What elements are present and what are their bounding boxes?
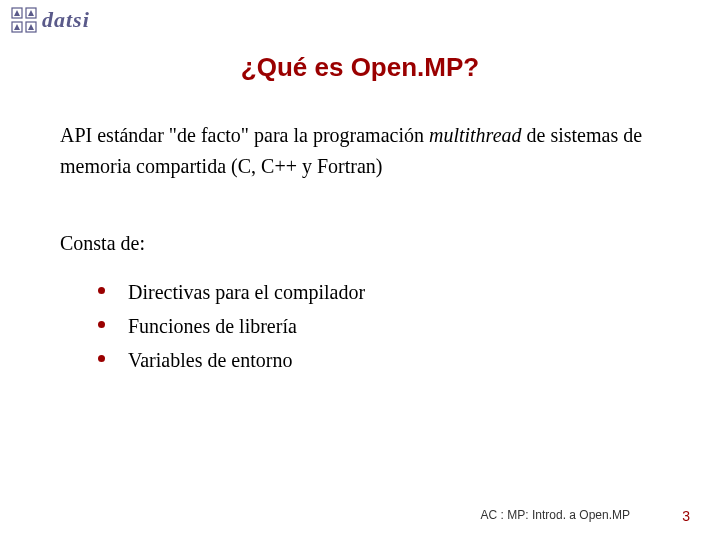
- description: API estándar "de facto" para la programa…: [60, 120, 660, 182]
- logo: datsi: [10, 6, 90, 34]
- footer-text: AC : MP: Introd. a Open.MP: [481, 508, 630, 522]
- description-italic: multithread: [429, 124, 522, 146]
- bullet-list: Directivas para el compilador Funciones …: [60, 275, 660, 377]
- logo-text: datsi: [42, 7, 90, 33]
- consta-label: Consta de:: [60, 228, 660, 259]
- list-item: Directivas para el compilador: [98, 275, 660, 309]
- page-number: 3: [682, 508, 690, 524]
- description-pre: API estándar "de facto" para la programa…: [60, 124, 429, 146]
- list-item: Funciones de librería: [98, 309, 660, 343]
- slide-body: API estándar "de facto" para la programa…: [60, 120, 660, 377]
- logo-icon: [10, 6, 38, 34]
- slide-title: ¿Qué es Open.MP?: [0, 52, 720, 83]
- slide: datsi ¿Qué es Open.MP? API estándar "de …: [0, 0, 720, 540]
- list-item: Variables de entorno: [98, 343, 660, 377]
